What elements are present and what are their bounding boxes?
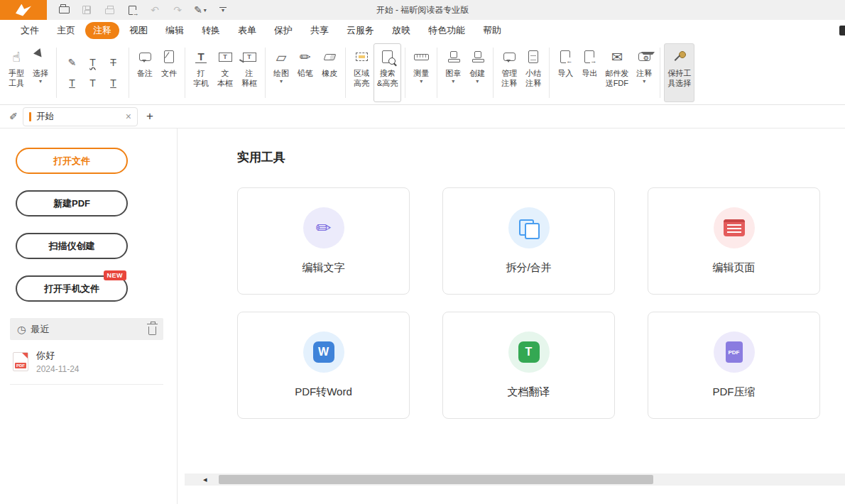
- menu-comment[interactable]: 注释: [85, 22, 119, 39]
- import-comments-button[interactable]: 导入: [553, 43, 577, 102]
- save-icon[interactable]: [80, 3, 94, 17]
- search-document-icon: [382, 48, 393, 66]
- hand-icon: ☝: [12, 48, 21, 66]
- pencil-button[interactable]: ✏ 铅笔: [293, 43, 317, 102]
- summarize-comments-button[interactable]: 小结 注释: [521, 43, 545, 102]
- menu-form[interactable]: 表单: [230, 22, 264, 39]
- attach-file-button[interactable]: 文件: [157, 43, 181, 102]
- share-document-icon[interactable]: [125, 3, 139, 17]
- title-bar: ↶ ↷ ✎▾ ▾ 开始 - 福昕阅读器专业版: [0, 0, 845, 20]
- annotation-nib-icon[interactable]: ✐: [4, 111, 23, 122]
- recent-file-name: 你好: [36, 349, 80, 362]
- summarize-comments-label: 小结 注释: [525, 68, 541, 89]
- export-comments-button[interactable]: 导出: [577, 43, 601, 102]
- menu-help[interactable]: 帮助: [475, 22, 509, 39]
- measure-label: 测量: [413, 68, 429, 78]
- callout-label: 注 释框: [241, 68, 257, 89]
- new-pdf-label: 新建PDF: [53, 197, 90, 210]
- comment-settings-button[interactable]: 注释 ▾: [632, 43, 656, 102]
- pushpin-icon: [673, 48, 686, 66]
- horizontal-scrollbar[interactable]: ◂: [185, 473, 845, 486]
- insert-text-tool-icon[interactable]: T: [83, 74, 102, 93]
- menu-edit[interactable]: 编辑: [158, 22, 192, 39]
- main-panel: 实用工具 ✏ 编辑文字 拆分/合并 编辑页面 W PDF转Word: [178, 128, 845, 504]
- pdf-to-word-icon: W: [303, 332, 344, 373]
- menu-cloud[interactable]: 云服务: [339, 22, 382, 39]
- email-fdf-button[interactable]: ✉ 邮件发 送FDF: [601, 43, 632, 102]
- card-split-merge[interactable]: 拆分/合并: [442, 187, 615, 295]
- select-tool-button[interactable]: 选择 ▾: [28, 43, 53, 102]
- new-tab-button[interactable]: +: [146, 109, 153, 124]
- typewriter-button[interactable]: T 打 字机: [189, 43, 213, 102]
- hand-tool-button[interactable]: ☝ 手型 工具: [4, 43, 28, 102]
- area-highlight-icon: [356, 48, 368, 66]
- close-tab-icon[interactable]: ×: [126, 111, 131, 122]
- import-icon: [560, 48, 570, 66]
- callout-button[interactable]: T 注 释框: [237, 43, 261, 102]
- foxit-logo[interactable]: [0, 0, 47, 20]
- highlight-tool-icon[interactable]: ✎: [62, 53, 82, 72]
- ribbon-divider: [660, 48, 660, 98]
- new-pdf-button[interactable]: 新建PDF: [16, 190, 128, 217]
- card-pdf-to-word[interactable]: W PDF转Word: [237, 312, 410, 419]
- note-button[interactable]: 备注: [133, 43, 157, 102]
- printer-icon: [105, 9, 114, 14]
- sidebar: 打开文件 新建PDF 扫描仪创建 打开手机文件 NEW ◷ 最近 PDF 你好 …: [0, 128, 178, 504]
- scanner-create-button[interactable]: 扫描仪创建: [16, 233, 128, 259]
- recent-file-item[interactable]: PDF 你好 2024-11-24: [10, 340, 163, 385]
- undo-icon[interactable]: ↶: [148, 3, 162, 17]
- menu-slideshow[interactable]: 放映: [384, 22, 418, 39]
- quick-tool-pen-icon[interactable]: ✎▾: [193, 3, 207, 17]
- edit-pages-icon: [714, 207, 755, 248]
- menu-protect[interactable]: 保护: [266, 22, 300, 39]
- menu-view[interactable]: 视图: [121, 22, 156, 39]
- replace-text-tool-icon[interactable]: T: [104, 74, 123, 93]
- textbox-button[interactable]: T 文 本框: [213, 43, 237, 102]
- eraser-button[interactable]: 橡皮: [317, 43, 342, 102]
- card-label: 文档翻译: [508, 385, 550, 399]
- menu-home[interactable]: 主页: [49, 22, 83, 39]
- import-label: 导入: [557, 68, 573, 78]
- attach-file-label: 文件: [161, 68, 177, 78]
- redo-icon[interactable]: ↷: [170, 3, 185, 17]
- measure-button[interactable]: 测量 ▾: [409, 43, 433, 102]
- chevron-down-icon: ▾: [204, 7, 207, 13]
- search-highlight-button[interactable]: 搜索 &高亮: [374, 43, 401, 102]
- menu-share[interactable]: 共享: [302, 22, 337, 39]
- mail-icon: ✉: [611, 48, 623, 66]
- new-badge: NEW: [104, 270, 127, 280]
- underline-tool-icon[interactable]: T: [62, 74, 82, 93]
- folder-icon: [59, 6, 70, 13]
- tab-start[interactable]: 开始 ×: [23, 107, 138, 126]
- card-pdf-compress[interactable]: PDF PDF压缩: [648, 312, 820, 419]
- scrollbar-thumb[interactable]: [219, 475, 653, 484]
- keep-tool-selected-label: 保持工 具选择: [667, 68, 691, 89]
- app-window: ↶ ↷ ✎▾ ▾ 开始 - 福昕阅读器专业版 文件 主页 注释 视图 编辑 转换…: [0, 0, 845, 504]
- clipped-edge-icon: [839, 26, 845, 35]
- menu-file[interactable]: 文件: [13, 22, 47, 39]
- squiggly-tool-icon[interactable]: T: [83, 53, 102, 72]
- strikeout-tool-icon[interactable]: T: [104, 53, 123, 72]
- ribbon-divider: [549, 48, 550, 98]
- pencil-icon: ✏: [300, 48, 311, 66]
- manage-comments-button[interactable]: 管理 注释: [497, 43, 521, 102]
- open-mobile-file-button[interactable]: 打开手机文件 NEW: [16, 275, 128, 302]
- print-icon[interactable]: [102, 3, 116, 17]
- scanner-create-label: 扫描仪创建: [49, 240, 95, 253]
- open-file-button[interactable]: 打开文件: [16, 148, 128, 174]
- area-highlight-button[interactable]: 区域 高亮: [349, 43, 374, 102]
- drawing-button[interactable]: ▱ 绘图 ▾: [269, 43, 293, 102]
- create-stamp-button[interactable]: 创建 ▾: [465, 43, 489, 102]
- stamp-button[interactable]: 图章 ▾: [441, 43, 465, 102]
- menu-features[interactable]: 特色功能: [420, 22, 473, 39]
- keep-tool-selected-button[interactable]: 保持工 具选择: [664, 43, 694, 102]
- open-file-icon[interactable]: [57, 3, 71, 17]
- scroll-left-arrow[interactable]: ◂: [203, 475, 207, 484]
- export-icon: [584, 48, 594, 66]
- customize-toolbar-icon[interactable]: ▾: [216, 3, 230, 17]
- card-edit-text[interactable]: ✏ 编辑文字: [237, 187, 410, 295]
- menu-convert[interactable]: 转换: [194, 22, 228, 39]
- trash-icon[interactable]: [148, 327, 156, 335]
- card-edit-pages[interactable]: 编辑页面: [648, 187, 820, 295]
- card-doc-translate[interactable]: T 文档翻译: [442, 312, 615, 419]
